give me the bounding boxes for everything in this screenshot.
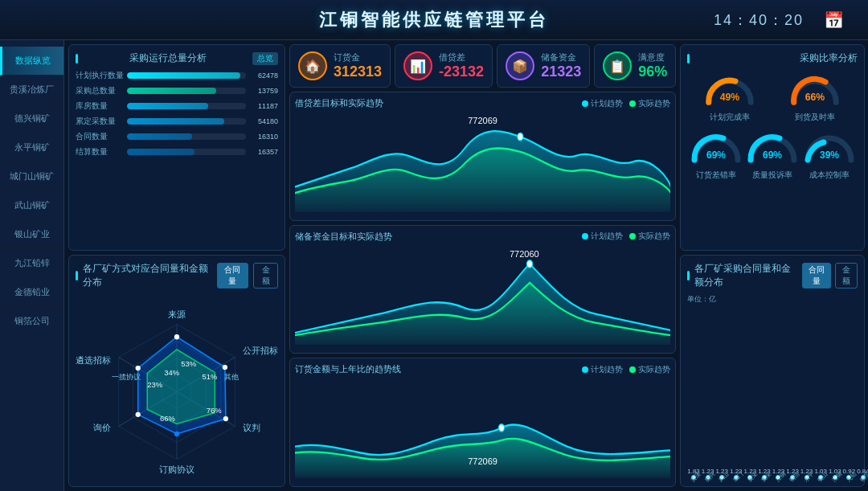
bar-fill [127,103,208,109]
bar-chart-col: 1.83 贵溪 [687,468,700,477]
bar-label: 结算数量 [76,146,124,158]
svg-text:一揽协议: 一揽协议 [112,372,141,381]
svg-text:66%: 66% [160,414,175,423]
bar-value: 62478 [249,72,278,80]
radar-toggle-amount[interactable]: 金额 [253,263,278,288]
sidebar-item-jinde[interactable]: 金德铅业 [0,278,63,307]
sidebar-item-chengmen[interactable]: 城门山铜矿 [0,162,63,191]
radar-title: 各厂矿方式对应合同量和金额分布 合同量 金额 [76,262,278,289]
radar-panel: 各厂矿方式对应合同量和金额分布 合同量 金额 [68,255,285,487]
chart2-title: 储备资金目标和实际趋势 [295,231,392,243]
gauge-arrival: 66% 到货及时率 [787,70,843,123]
svg-text:51%: 51% [203,372,218,381]
gauge-quality-svg: 69% [744,128,800,168]
bar-chart-col: 1.23 集采 [744,468,757,477]
kpi-card-debt: 📊 借贷差 -23132 [395,44,493,88]
bar-toggle-amount[interactable]: 金额 [835,263,858,288]
bar-label: 合同数量 [76,131,124,142]
chart3-area: 772069 [295,378,670,478]
bar-fill [127,88,216,94]
debt-icon: 📊 [403,51,432,80]
gauge-plan: 49% 计划完成率 [702,70,758,123]
bar-toggle-contract[interactable]: 合同量 [802,263,831,288]
radar-legend-buttons: 合同量 金额 [215,263,278,288]
svg-text:66%: 66% [805,92,825,103]
svg-text:23%: 23% [147,380,162,389]
sidebar-item-jiujiang[interactable]: 九江铅锌 [0,249,63,278]
sidebar-item-guixi[interactable]: 贵溪冶炼厂 [0,76,63,104]
bar-chart-col: 1.23 铜箔 [786,468,799,477]
header: 江铜智能供应链管理平台 14：40：20 📅 [0,0,868,40]
gauge-title: 采购比率分析 [687,51,858,65]
svg-text:49%: 49% [720,92,740,103]
svg-text:公开招标: 公开招标 [243,346,278,355]
sidebar-item-yinshan[interactable]: 银山矿业 [0,220,63,249]
bar-chart-unit: 单位：亿 [687,294,858,305]
svg-text:69%: 69% [706,149,726,161]
svg-text:议判: 议判 [243,423,260,432]
gauge-panel: 采购比率分析 49% 计划完成率 [680,44,865,251]
sidebar-item-yongping[interactable]: 永平铜矿 [0,133,63,162]
gauge-plan-svg: 49% [702,70,758,110]
bar-value: 16310 [249,133,278,141]
bar-value: 16357 [249,148,278,156]
bar-chart-buttons: 合同量 金额 [800,263,858,288]
procurement-bar-row: 采购总数量 13759 [76,85,278,96]
bar-chart-col: 1.23 集采 [758,468,771,477]
procurement-title: 采购运行总量分析 总览 [76,51,278,65]
chart2-legend: 计划趋势 实际趋势 [582,231,670,242]
bar-chart-col: 1.23 武山 [715,468,728,477]
svg-text:53%: 53% [181,359,196,368]
page-title: 江铜智能供应链管理平台 [319,8,549,32]
bar-chart-col: 1.23 永平 [800,468,813,477]
bar-label: 累定采数量 [76,116,124,127]
chart1-legend: 计划趋势 实际趋势 [582,98,670,109]
satisfaction-icon: 📋 [603,51,632,80]
main-layout: 数据纵览 贵溪冶炼厂 德兴铜矿 永平铜矿 城门山铜矿 武山铜矿 银山矿业 九江铅… [0,40,868,491]
svg-point-37 [136,366,141,370]
chart-debt-trend: 借贷差目标和实际趋势 计划趋势 实际趋势 772069 [289,92,676,221]
procurement-panel: 采购运行总量分析 总览 计划执行数量 62478 采购总数量 13759 库房数… [68,44,285,251]
kpi-card-orders: 🏠 订货金 312313 [289,44,391,88]
bar-track [127,133,246,140]
bar-chart-panel: 各厂矿采购合同量和金额分布 合同量 金额 单位：亿 1.83 贵溪 1.23 [680,255,865,487]
bar-fill [127,133,192,140]
kpi-card-reserve: 📦 储备资金 21323 [497,44,590,88]
svg-text:来源: 来源 [168,309,186,319]
bar-fill [127,149,194,155]
bar-track [127,149,246,155]
chart-orders-trend: 订货金额与上年比的趋势线 计划趋势 实际趋势 772069 [289,358,676,487]
sidebar-item-dexing[interactable]: 德兴铜矿 [0,104,63,133]
radar-svg: 来源 公开招标 议判 订购协议 询价 遴选招标 66% 23% 34% 53% … [76,294,278,489]
sidebar-item-tongbo[interactable]: 铜箔公司 [0,307,63,336]
middle-charts: 🏠 订货金 312313 📊 借贷差 -23132 📦 [289,44,676,487]
kpi-row: 🏠 订货金 312313 📊 借贷差 -23132 📦 [289,44,676,88]
bar-track [127,103,246,109]
sidebar-item-wushan[interactable]: 武山铜矿 [0,191,63,220]
procurement-bar-row: 计划执行数量 62478 [76,70,278,81]
calendar-icon: 📅 [824,10,844,30]
svg-point-35 [174,432,179,436]
svg-point-2 [498,424,504,432]
sidebar: 数据纵览 贵溪冶炼厂 德兴铜矿 永平铜矿 城门山铜矿 武山铜矿 银山矿业 九江铅… [0,40,64,491]
svg-point-33 [223,365,227,370]
bar-label: 计划执行数量 [76,70,124,81]
svg-point-36 [136,412,141,417]
chart2-svg [295,245,670,346]
bar-chart-col: 0.84 铜箔 [857,468,868,477]
sidebar-item-overview[interactable]: 数据纵览 [0,47,63,76]
bar-value: 11187 [249,102,278,110]
procurement-badge: 总览 [252,52,278,65]
svg-point-34 [223,416,228,421]
svg-text:订购协议: 订购协议 [159,464,194,474]
procurement-bar-row: 累定采数量 54180 [76,116,278,127]
chart3-value: 772069 [468,456,497,466]
chart-reserve-trend: 储备资金目标和实际趋势 计划趋势 实际趋势 772060 [289,225,676,354]
bar-chart-col: 1.23 德兴 [702,468,714,477]
radar-toggle-contract[interactable]: 合同量 [217,263,248,288]
procurement-bar-row: 库房数量 11187 [76,100,278,112]
clock: 14：40：20 [714,10,804,30]
svg-text:69%: 69% [763,149,782,161]
gauge-row1: 49% 计划完成率 66% 到货及时率 [687,70,858,123]
chart2-area: 772060 [295,245,670,346]
